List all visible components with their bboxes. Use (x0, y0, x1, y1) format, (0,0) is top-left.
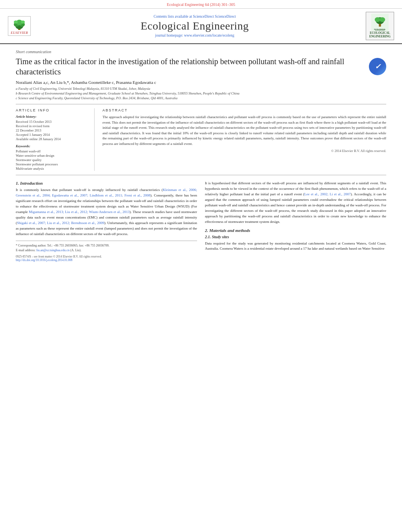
body-left-column: 1. Introduction It is commonly known tha… (16, 181, 197, 262)
intro-paragraph: It is commonly known that pollutant wash… (16, 187, 197, 237)
intro-number: 1. (16, 181, 19, 185)
homepage-label: journal homepage: (155, 33, 183, 37)
doi-text[interactable]: http://dx.doi.org/10.1016/j.ecoleng.2014… (16, 258, 102, 262)
article-title: Time as the critical factor in the inves… (16, 56, 369, 77)
study-sites-number: 2.1. (205, 235, 211, 239)
contents-label: Contents lists available at ScienceDirec… (154, 15, 214, 19)
journal-title-area: Contents lists available at ScienceDirec… (31, 15, 359, 37)
abstract-text: The approach adopted for investigating t… (102, 115, 386, 146)
affiliation-a: a Faculty of Civil Engineering, Universi… (16, 87, 386, 91)
keyword-0: Pollutant wash-off (16, 149, 89, 153)
divider-1 (16, 104, 386, 104)
footnote-section: * Corresponding author. Tel.: +86 755 26… (16, 241, 197, 252)
sciencedirect-link[interactable]: ScienceDirect (215, 15, 236, 19)
article-history-label: Article history: (16, 115, 89, 119)
body-right-column: It is hypothesised that different sector… (205, 181, 386, 262)
corresponding-footnote: * Corresponding author. Tel.: +86 755 26… (16, 243, 197, 248)
materials-section-title: 2. Materials and methods (205, 228, 386, 233)
main-content-area: Short communication Time as the critical… (0, 44, 402, 267)
intro-title: Introduction (20, 181, 43, 185)
history-item-1: Received in revised form (16, 124, 89, 128)
ref-lee[interactable]: Lee et al., 2002; Li et al., 2007 (304, 192, 351, 196)
keyword-3: Stormwater pollutant processes (16, 162, 89, 166)
ref-miguntanna[interactable]: Miguntanna et al., 2013; Liu et al., 201… (29, 210, 130, 214)
affiliation-c: c Science and Engineering Faculty, Queen… (16, 96, 386, 100)
divider-2 (16, 175, 386, 175)
materials-title: Materials and methods (209, 228, 250, 233)
homepage-url-text[interactable]: www.elsevier.com/locate/ecoleng (184, 33, 234, 37)
elsevier-logo-area: ELSEVIER (8, 16, 31, 36)
issn-block: 0925-8574/$ – see front matter © 2014 El… (16, 255, 102, 262)
svg-point-6 (21, 20, 25, 24)
history-item-2: 22 December 2013 (16, 128, 89, 132)
history-item-3: Accepted 1 January 2014 (16, 133, 89, 137)
elsevier-tree-icon (11, 17, 28, 31)
study-sites-section-title: 2.1. Study sites (205, 235, 386, 239)
badge-icon: ECOLOGICAL ENGINEERING (370, 14, 390, 31)
journal-name: Ecological Engineering (31, 20, 359, 32)
keywords-label: Keywords: (16, 144, 89, 148)
copyright-line: © 2014 Elsevier B.V. All rights reserved… (102, 149, 386, 153)
svg-rect-11 (379, 24, 381, 27)
article-title-row: Time as the critical factor in the inves… (16, 56, 386, 77)
svg-point-9 (375, 17, 380, 22)
study-sites-paragraph: Data required for the study was generate… (205, 241, 386, 252)
history-item-0: Received 15 October 2013 (16, 120, 89, 124)
email-link[interactable]: liu.an@sz.tsinghua.edu.cn (36, 248, 69, 252)
journal-header: ELSEVIER Contents lists available at Sci… (0, 9, 402, 44)
journal-homepage-line: journal homepage: www.elsevier.com/locat… (31, 33, 359, 37)
doi-link[interactable]: http://dx.doi.org/10.1016/j.ecoleng.2014… (16, 258, 73, 262)
keyword-4: Multivariate analysis (16, 167, 89, 171)
materials-number: 2. (205, 228, 208, 233)
intro-section-title: 1. Introduction (16, 181, 197, 185)
article-type-label: Short communication (16, 50, 386, 54)
journal-citation: Ecological Engineering 64 (2014) 301–305 (167, 2, 235, 7)
ref-shigaki[interactable]: Shigaki et al., 2007; Liu et al., 2012; … (17, 221, 104, 225)
authors-text: Noraliani Alias a,c, An Liu b,*, Ashanth… (16, 80, 156, 85)
body-section: 1. Introduction It is commonly known tha… (16, 181, 386, 262)
contents-available-line: Contents lists available at ScienceDirec… (31, 15, 359, 19)
elsevier-wordmark: ELSEVIER (11, 31, 28, 35)
study-sites-title: Study sites (212, 235, 229, 239)
keyword-2: Stormwater quality (16, 158, 89, 162)
article-info-header: ARTICLE INFO (16, 108, 89, 112)
journal-badge-area: ECOLOGICAL ENGINEERING ECOLOGICALENGINEE… (359, 12, 394, 40)
issn-text: 0925-8574/$ – see front matter © 2014 El… (16, 255, 102, 258)
svg-point-10 (380, 17, 385, 22)
right-intro-paragraph: It is hypothesised that different sector… (205, 181, 386, 225)
crossmark-icon: ✓ (375, 62, 381, 71)
ref-kleinman[interactable]: Kleinman et al., 2006; Greenstein et al.… (16, 188, 197, 197)
abstract-column: ABSTRACT The approach adopted for invest… (102, 108, 386, 171)
history-item-4: Available online 28 January 2014 (16, 137, 89, 141)
journal-citation-bar: Ecological Engineering 64 (2014) 301–305 (0, 0, 402, 9)
crossmark-badge[interactable]: ✓ (369, 58, 386, 75)
badge-title-text: ECOLOGICALENGINEERING (369, 31, 391, 38)
article-info-abstract-row: ARTICLE INFO Article history: Received 1… (16, 108, 386, 171)
affiliation-b: b Research Centre of Environmental Engin… (16, 91, 386, 95)
email-footnote: E-mail address: liu.an@sz.tsinghua.edu.c… (16, 248, 197, 252)
journal-badge: ECOLOGICAL ENGINEERING ECOLOGICALENGINEE… (366, 12, 394, 40)
article-info-column: ARTICLE INFO Article history: Received 1… (16, 108, 95, 171)
elsevier-box: ELSEVIER (8, 16, 31, 36)
abstract-header: ABSTRACT (102, 108, 386, 112)
keyword-1: Water sensitive urban design (16, 154, 89, 158)
authors-line: Noraliani Alias a,c, An Liu b,*, Ashanth… (16, 80, 386, 85)
bottom-bar: 0925-8574/$ – see front matter © 2014 El… (16, 255, 197, 262)
svg-point-5 (14, 20, 18, 24)
